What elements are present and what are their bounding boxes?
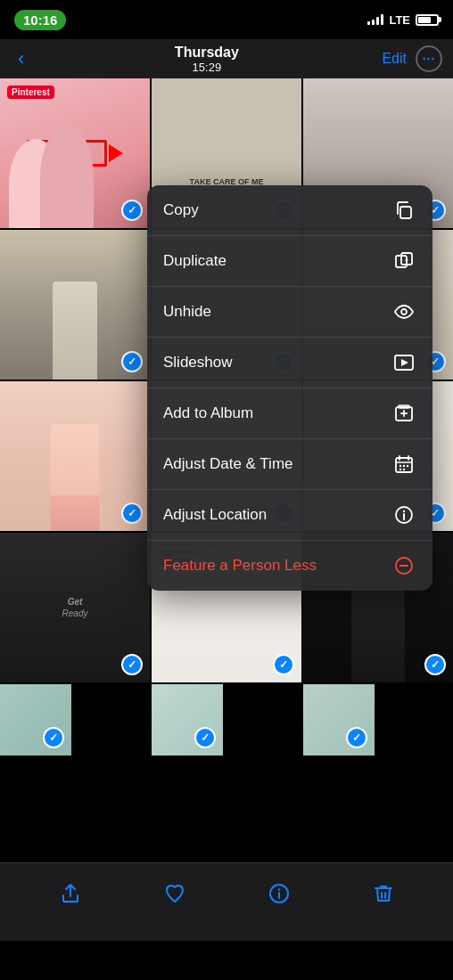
calendar-icon	[391, 452, 416, 477]
svg-point-23	[403, 510, 405, 512]
nav-title-group: Thursday 15:29	[175, 45, 239, 74]
nav-bar: ‹ Thursday 15:29 Edit ···	[0, 39, 453, 78]
album-icon	[391, 401, 416, 426]
edit-button[interactable]: Edit	[382, 51, 407, 67]
duplicate-icon	[391, 249, 416, 274]
selection-badge-pink-shorts: ✓	[121, 502, 143, 524]
status-right: LTE	[367, 13, 439, 27]
svg-point-20	[403, 469, 405, 470]
svg-point-19	[399, 469, 401, 470]
menu-adjust-location-label: Adjust Location	[163, 506, 267, 524]
info-button[interactable]	[259, 874, 299, 913]
selection-badge-d1: ✓	[43, 727, 64, 748]
main-content: Pinterest ✓ TAKE CARE OF ME	[0, 78, 453, 941]
menu-item-unhide[interactable]: Unhide	[147, 287, 432, 338]
trash-icon	[373, 883, 394, 904]
menu-item-slideshow[interactable]: Slideshow	[147, 338, 432, 388]
heart-icon	[164, 883, 185, 904]
menu-item-adjust-date[interactable]: Adjust Date & Time	[147, 439, 432, 490]
menu-slideshow-label: Slideshow	[163, 354, 233, 372]
bottom-toolbar	[0, 862, 453, 941]
back-button[interactable]: ‹	[11, 44, 31, 74]
selection-badge-4: ✓	[121, 351, 143, 372]
svg-point-5	[401, 309, 407, 314]
selection-badge-1: ✓	[121, 200, 143, 221]
grid-row-5: ✓ ✓ ✓	[0, 684, 453, 755]
photo-cell-4[interactable]: ✓	[0, 230, 150, 380]
menu-item-copy[interactable]: Copy	[147, 185, 432, 236]
pinterest-label: Pinterest	[7, 86, 54, 99]
menu-add-album-label: Add to Album	[163, 404, 253, 422]
play-icon	[391, 350, 416, 375]
shirt-text: Get Ready	[62, 596, 88, 619]
photo-cell-dancer1[interactable]: ✓	[0, 684, 71, 755]
photo-cell-pink-shorts[interactable]: ✓	[0, 381, 150, 531]
context-menu: Copy Duplicate	[147, 185, 432, 591]
photo-cell-couple[interactable]: Pinterest ✓	[0, 78, 150, 228]
context-menu-overlay: Copy Duplicate	[147, 185, 453, 591]
menu-adjust-date-label: Adjust Date & Time	[163, 455, 293, 473]
info-icon	[391, 502, 416, 527]
menu-item-adjust-location[interactable]: Adjust Location	[147, 490, 432, 541]
svg-marker-7	[401, 359, 408, 366]
menu-unhide-label: Unhide	[163, 303, 211, 321]
battery-icon	[416, 14, 439, 26]
menu-feature-less-label: Feature a Person Less	[163, 557, 317, 575]
selection-badge-black: ✓	[121, 654, 143, 675]
more-button[interactable]: ···	[416, 45, 442, 72]
selection-badge-d2: ✓	[194, 727, 216, 748]
copy-icon	[391, 198, 416, 223]
share-icon	[60, 883, 81, 904]
photo-cell-black-tshirt[interactable]: Get Ready ✓	[0, 533, 150, 682]
signal-icon	[367, 14, 383, 25]
menu-item-feature-less[interactable]: Feature a Person Less	[147, 541, 432, 591]
nav-subtitle: 15:29	[175, 61, 239, 74]
selection-badge-d3: ✓	[346, 727, 367, 748]
selection-badge-vault: ✓	[273, 654, 294, 675]
carrier-label: LTE	[389, 13, 410, 27]
status-time: 10:16	[14, 10, 66, 30]
nav-title: Thursday	[175, 45, 239, 61]
delete-button[interactable]	[364, 874, 403, 913]
menu-item-duplicate[interactable]: Duplicate	[147, 236, 432, 287]
share-button[interactable]	[51, 874, 90, 913]
svg-point-17	[403, 465, 405, 467]
svg-point-18	[407, 465, 408, 467]
eye-icon	[391, 299, 416, 324]
menu-duplicate-label: Duplicate	[163, 252, 226, 270]
menu-item-add-album[interactable]: Add to Album	[147, 388, 432, 439]
photo-cell-dancer3[interactable]: ✓	[303, 684, 375, 755]
svg-rect-0	[400, 207, 411, 218]
nav-actions: Edit ···	[382, 45, 442, 72]
status-bar: 10:16 LTE	[0, 0, 453, 39]
selection-badge-hoodie: ✓	[424, 654, 446, 675]
minus-circle-icon	[391, 553, 416, 578]
svg-point-16	[399, 465, 401, 467]
photo-cell-dancer2[interactable]: ✓	[152, 684, 223, 755]
favorite-button[interactable]	[155, 874, 194, 913]
menu-copy-label: Copy	[163, 201, 199, 219]
svg-point-28	[277, 888, 279, 890]
info-toolbar-icon	[268, 883, 290, 904]
